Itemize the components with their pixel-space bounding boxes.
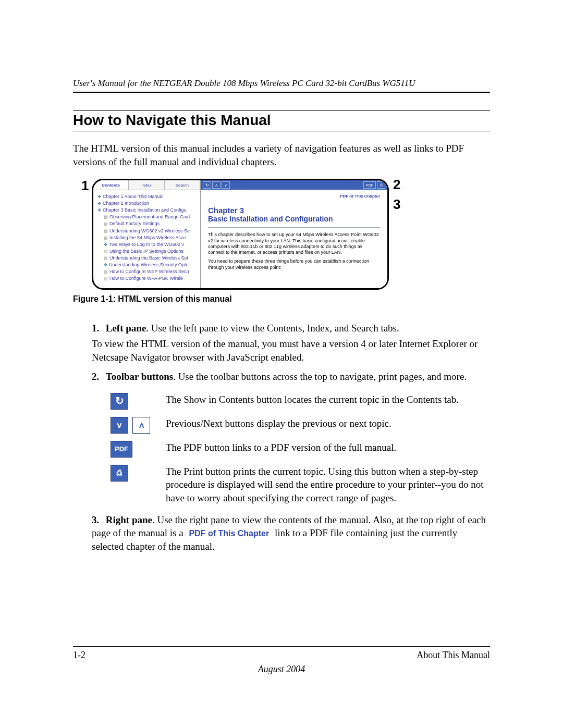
page-footer: 1-2 About This Manual August 2004 xyxy=(73,646,490,675)
footer-date: August 2004 xyxy=(73,664,490,675)
chapter-number: Chapter 3 xyxy=(208,206,380,215)
page-icon xyxy=(104,268,108,275)
tree-item-label: Default Factory Settings xyxy=(109,220,160,227)
list-term: Left pane xyxy=(106,323,146,334)
tab-index[interactable]: Index xyxy=(129,180,164,190)
tree-item[interactable]: Two Ways to Log In to the WG602 v xyxy=(97,241,198,248)
tree-item-label: Chapter 3 Basic Installation and Configu xyxy=(103,207,187,214)
book-icon xyxy=(104,262,107,268)
button-description: The PDF button links to a PDF version of… xyxy=(166,441,396,454)
tree-item[interactable]: Chapter 3 Basic Installation and Configu xyxy=(97,207,198,214)
list-term: Right pane xyxy=(106,514,152,525)
next-topic-icon[interactable]: v xyxy=(111,417,128,434)
tab-search[interactable]: Search xyxy=(165,180,200,190)
tree-item-label: Understanding the Basic Wireless Set xyxy=(109,255,188,262)
footer-section: About This Manual xyxy=(417,650,490,661)
show-in-contents-icon[interactable]: ↻ xyxy=(111,393,128,410)
left-pane: Contents Index Search Chapter 1 About Th… xyxy=(93,180,201,288)
chapter-paragraph: You need to prepare these three things b… xyxy=(208,258,380,270)
book-icon xyxy=(97,193,101,200)
figure-caption: Figure 1-1: HTML version of this manual xyxy=(73,294,490,304)
button-row: PDF The PDF button links to a PDF versio… xyxy=(111,441,490,458)
book-icon xyxy=(97,200,101,207)
tree-item-label: How to Configure WPA-PSK Wirele xyxy=(109,275,183,282)
tree-item[interactable]: Chapter 1 About This Manual xyxy=(97,193,198,200)
button-description: Previous/Next buttons display the previo… xyxy=(166,417,391,430)
list-item: 1. Left pane. Use the left pane to view … xyxy=(92,322,490,364)
tree-item[interactable]: Understanding the Basic Wireless Set xyxy=(97,255,198,262)
next-topic-icon[interactable]: v xyxy=(222,181,230,189)
list-term: Toolbar buttons xyxy=(106,371,173,382)
tab-contents[interactable]: Contents xyxy=(93,180,129,190)
list-text: . Use the toolbar buttons across the top… xyxy=(173,371,467,382)
tree-item-label: Installing the 54 Mbps Wireless Acce xyxy=(109,235,186,241)
left-pane-tabs: Contents Index Search xyxy=(93,180,200,190)
figure-callout-2: 2 xyxy=(393,177,400,193)
tree-item[interactable]: Default Factory Settings xyxy=(97,220,198,227)
page-icon xyxy=(104,248,108,255)
chapter-paragraph: This chapter describes how to set up you… xyxy=(208,232,380,255)
figure-callout-1: 1 xyxy=(81,178,89,194)
tree-item[interactable]: Understanding WG602 v2 Wireless Se xyxy=(97,228,198,235)
pdf-icon[interactable]: PDF xyxy=(363,181,376,189)
book-icon xyxy=(97,207,101,214)
page-icon xyxy=(104,220,108,227)
tree-item[interactable]: Chapter 2 Introduction xyxy=(97,200,198,207)
list-item: 3. Right pane. Use the right pane to vie… xyxy=(92,513,490,553)
pdf-icon[interactable]: PDF xyxy=(111,441,132,458)
button-row: ↻ The Show in Contents button locates th… xyxy=(111,393,490,410)
page-number: 1-2 xyxy=(73,650,85,661)
footer-rule xyxy=(73,646,490,647)
tree-item[interactable]: Using the Basic IP Settings Options xyxy=(97,248,198,255)
html-manual-screenshot: Contents Index Search Chapter 1 About Th… xyxy=(92,179,389,290)
figure-1-1: 1 2 3 Contents Index Search Chapter 1 Ab… xyxy=(81,178,498,291)
page-icon xyxy=(104,228,108,235)
tree-item-label: Chapter 2 Introduction xyxy=(103,200,149,207)
tree-item[interactable]: Installing the 54 Mbps Wireless Acce xyxy=(97,235,198,241)
list-number: 3. xyxy=(92,513,103,527)
pdf-of-chapter-link[interactable]: PDF of This Chapter xyxy=(186,529,272,538)
print-icon[interactable]: ⎙ xyxy=(377,181,385,189)
intro-paragraph: The HTML version of this manual includes… xyxy=(73,142,490,168)
list-text: . Use the left pane to view the Contents… xyxy=(146,323,399,334)
tree-item-label: Understanding WG602 v2 Wireless Se xyxy=(109,228,190,235)
list-item: 2. Toolbar buttons. Use the toolbar butt… xyxy=(92,370,490,505)
button-row: v ᴧ Previous/Next buttons display the pr… xyxy=(111,417,490,434)
tree-item[interactable]: Understanding Wireless Security Opti xyxy=(97,262,198,268)
tree-item[interactable]: How to Configure WEP Wireless Secu xyxy=(97,268,198,275)
button-description: The Print button prints the current topi… xyxy=(166,465,490,505)
figure-callout-3: 3 xyxy=(393,196,400,213)
button-row: ⎙ The Print button prints the current to… xyxy=(111,465,490,505)
list-number: 1. xyxy=(92,322,103,335)
tree-item-label: Observing Placement and Range Guid xyxy=(109,214,190,220)
page-icon xyxy=(104,235,108,241)
tree-item[interactable]: Observing Placement and Range Guid xyxy=(97,214,198,220)
contents-tree: Chapter 1 About This Manual Chapter 2 In… xyxy=(93,190,200,282)
tree-item-label: How to Configure WEP Wireless Secu xyxy=(109,268,189,275)
chapter-rule xyxy=(208,227,380,228)
tree-item-label: Two Ways to Log In to the WG602 v xyxy=(109,241,184,248)
page-icon xyxy=(104,275,108,282)
manual-page: User's Manual for the NETGEAR Double 108… xyxy=(0,0,563,728)
section-title: How to Navigate this Manual xyxy=(73,110,490,131)
page-icon xyxy=(104,255,108,262)
toolbar-button-table: ↻ The Show in Contents button locates th… xyxy=(111,393,490,505)
instruction-list: 1. Left pane. Use the left pane to view … xyxy=(92,322,490,553)
show-in-contents-icon[interactable]: ↻ xyxy=(203,181,211,189)
chapter-title: Basic Installation and Configuration xyxy=(208,215,380,223)
running-header: User's Manual for the NETGEAR Double 108… xyxy=(73,78,490,93)
tree-item-label: Understanding Wireless Security Opti xyxy=(109,262,187,268)
print-icon[interactable]: ⎙ xyxy=(111,465,128,482)
book-icon xyxy=(104,241,107,248)
pdf-of-chapter-link[interactable]: PDF of This Chapter xyxy=(208,194,380,199)
prev-topic-icon[interactable]: ᴧ xyxy=(132,417,150,434)
tree-item-label: Using the Basic IP Settings Options xyxy=(109,248,183,255)
tree-item-label: Chapter 1 About This Manual xyxy=(103,193,163,200)
list-extra: To view the HTML version of the manual, … xyxy=(92,337,490,364)
right-pane: ↻ ᴧ v PDF ⎙ PDF of This Chapter Chapter … xyxy=(201,180,387,288)
tree-item[interactable]: How to Configure WPA-PSK Wirele xyxy=(97,275,198,282)
page-icon xyxy=(104,214,108,220)
prev-topic-icon[interactable]: ᴧ xyxy=(212,181,221,189)
button-description: The Show in Contents button locates the … xyxy=(166,393,459,406)
toolbar: ↻ ᴧ v PDF ⎙ xyxy=(201,180,387,190)
